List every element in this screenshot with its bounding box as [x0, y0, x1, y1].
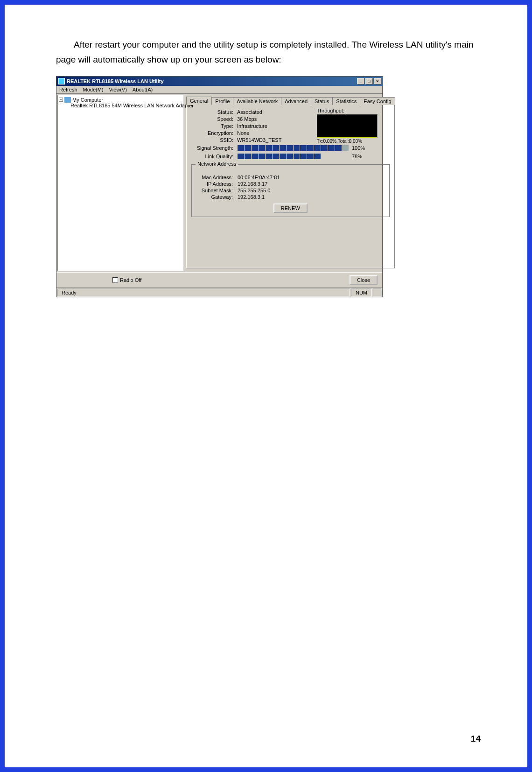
gateway-label: Gateway: [196, 194, 238, 200]
throughput-panel: Throughput: Tx:0.00%,Total:0.00% [317, 108, 378, 144]
renew-button[interactable]: RENEW [273, 204, 308, 213]
tab-available-network[interactable]: Available Network [233, 97, 281, 105]
link-quality-bar [237, 153, 349, 160]
radio-off-label: Radio Off [120, 277, 141, 283]
tab-profile[interactable]: Profile [211, 97, 233, 105]
mac-value: 00:06:4F:0A:47:81 [238, 175, 280, 180]
radio-off-checkbox[interactable] [112, 277, 118, 283]
type-value: Infrastructure [237, 123, 267, 129]
throughput-stats: Tx:0.00%,Total:0.00% [317, 139, 378, 144]
tab-general[interactable]: General [186, 97, 212, 105]
type-label: Type: [190, 123, 237, 129]
tree-root-label: My Computer [72, 97, 103, 103]
tree-adapter-row[interactable]: Realtek RTL8185 54M Wireless LAN Network… [59, 103, 182, 108]
minimize-button[interactable]: _ [357, 78, 364, 84]
link-quality-label: Link Quality: [190, 154, 237, 159]
encryption-label: Encryption: [190, 130, 237, 136]
tab-status[interactable]: Status [311, 97, 333, 105]
signal-strength-bar [237, 145, 349, 151]
tree-root-row[interactable]: − My Computer [59, 97, 182, 103]
status-label: Status: [190, 109, 237, 115]
collapse-icon[interactable]: − [59, 98, 63, 102]
tab-advanced[interactable]: Advanced [281, 97, 311, 105]
throughput-label: Throughput: [317, 108, 378, 113]
tab-bar: General Profile Available Network Advanc… [186, 96, 395, 105]
tree-adapter-label: Realtek RTL8185 54M Wireless LAN Network… [70, 103, 194, 108]
network-address-legend: Network Address [196, 161, 238, 167]
subnet-label: Subnet Mask: [196, 188, 238, 193]
device-tree[interactable]: − My Computer Realtek RTL8185 54M Wirele… [57, 95, 183, 271]
ssid-value: WR514WD3_TEST [237, 137, 281, 143]
tab-statistics[interactable]: Statistics [332, 97, 360, 105]
app-window: REALTEK RTL8185 Wireless LAN Utility _ □… [56, 76, 383, 297]
mac-label: Mac Address: [196, 175, 238, 180]
subnet-value: 255.255.255.0 [238, 188, 270, 193]
app-icon [58, 78, 65, 84]
signal-strength-value: 100% [349, 145, 368, 151]
bottom-bar: Radio Off Close [56, 272, 382, 288]
gateway-value: 192.168.3.1 [238, 194, 265, 200]
network-address-group: Network Address Mac Address: 00:06:4F:0A… [191, 164, 390, 217]
statusbar: Ready NUM [56, 288, 382, 297]
status-num: NUM [351, 288, 372, 296]
computer-icon [64, 97, 71, 103]
page-number: 14 [471, 734, 481, 744]
status-grip [373, 288, 381, 296]
ip-label: IP Address: [196, 181, 238, 187]
tab-general-content: Throughput: Tx:0.00%,Total:0.00% Status:… [186, 105, 395, 268]
titlebar[interactable]: REALTEK RTL8185 Wireless LAN Utility _ □… [56, 77, 382, 86]
close-window-button[interactable]: × [374, 78, 381, 84]
window-title: REALTEK RTL8185 Wireless LAN Utility [67, 78, 164, 84]
signal-strength-label: Signal Strength: [190, 145, 237, 151]
speed-value: 36 Mbps [237, 116, 257, 122]
tab-easy-config[interactable]: Easy Config [360, 97, 395, 105]
speed-label: Speed: [190, 116, 237, 122]
maximize-button[interactable]: □ [365, 78, 373, 84]
menu-about[interactable]: About(A) [133, 87, 153, 92]
doc-paragraph: After restart your computer and the util… [56, 37, 476, 68]
menu-refresh[interactable]: Refresh [59, 87, 77, 92]
encryption-value: None [237, 130, 249, 136]
close-button[interactable]: Close [350, 275, 378, 285]
ssid-label: SSID: [190, 137, 237, 143]
menu-mode[interactable]: Mode(M) [83, 87, 104, 92]
status-ready: Ready [57, 288, 350, 296]
status-value: Associated [237, 109, 262, 115]
link-quality-value: 78% [349, 154, 368, 159]
throughput-graph [317, 114, 378, 138]
menubar: Refresh Mode(M) View(V) About(A) [56, 86, 382, 94]
menu-view[interactable]: View(V) [109, 87, 127, 92]
ip-value: 192.168.3.17 [238, 181, 267, 187]
